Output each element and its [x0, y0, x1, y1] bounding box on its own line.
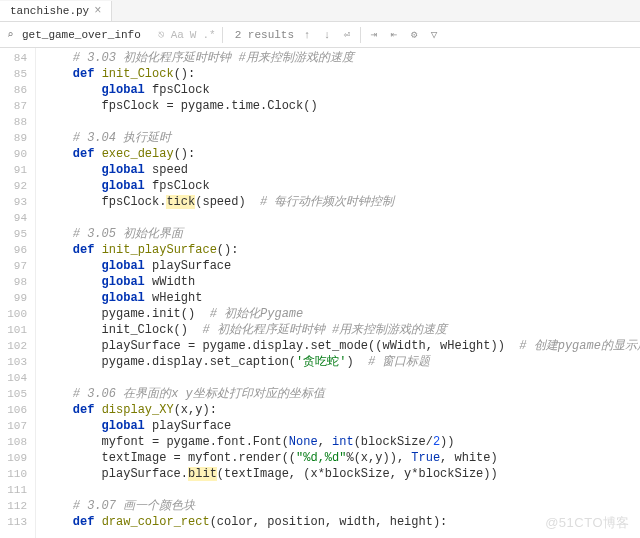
code-line[interactable]: global playSurface [44, 258, 640, 274]
line-number: 108 [0, 434, 27, 450]
divider [360, 27, 361, 43]
code-line[interactable]: def init_Clock(): [44, 66, 640, 82]
pin-icon[interactable]: ⎋ [158, 28, 165, 41]
line-number: 92 [0, 178, 27, 194]
code-editor[interactable]: 8485868788899091929394959697989910010110… [0, 48, 640, 538]
line-number: 110 [0, 466, 27, 482]
search-icon[interactable]: ⌕ [4, 28, 16, 41]
find-bar: ⌕ ⎋ Aa W .* 2 results ↑ ↓ ⏎ ⇥ ⇤ ⚙ ▽ [0, 22, 640, 48]
watermark: @51CTO博客 [545, 514, 630, 532]
code-area[interactable]: # 3.03 初始化程序延时时钟 #用来控制游戏的速度 def init_Clo… [36, 48, 640, 538]
line-number: 93 [0, 194, 27, 210]
code-line[interactable]: global wWidth [44, 274, 640, 290]
next-match-button[interactable]: ↓ [320, 29, 334, 41]
prev-match-button[interactable]: ↑ [300, 29, 314, 41]
line-number: 95 [0, 226, 27, 242]
code-line[interactable]: def init_playSurface(): [44, 242, 640, 258]
line-number: 98 [0, 274, 27, 290]
line-number: 105 [0, 386, 27, 402]
regex-toggle[interactable]: .* [202, 29, 215, 41]
file-tab[interactable]: tanchishe.py × [0, 1, 112, 21]
line-number: 113 [0, 514, 27, 530]
code-line[interactable] [44, 114, 640, 130]
code-line[interactable]: pygame.display.set_caption('贪吃蛇') # 窗口标题 [44, 354, 640, 370]
line-number: 84 [0, 50, 27, 66]
close-icon[interactable]: × [94, 4, 101, 18]
code-line[interactable] [44, 210, 640, 226]
line-number: 112 [0, 498, 27, 514]
line-number: 86 [0, 82, 27, 98]
match-aa-toggle[interactable]: Aa [171, 29, 184, 41]
code-line[interactable]: playSurface = pygame.display.set_mode((w… [44, 338, 640, 354]
divider [222, 27, 223, 43]
toolbar-btn-1[interactable]: ⇥ [367, 28, 381, 41]
code-line[interactable]: global fpsClock [44, 178, 640, 194]
settings-icon[interactable]: ⚙ [407, 28, 421, 41]
filter-icon[interactable]: ▽ [427, 28, 441, 41]
code-line[interactable]: # 3.05 初始化界面 [44, 226, 640, 242]
line-number: 96 [0, 242, 27, 258]
line-number: 106 [0, 402, 27, 418]
line-number: 101 [0, 322, 27, 338]
line-number: 90 [0, 146, 27, 162]
line-number: 99 [0, 290, 27, 306]
code-line[interactable]: global playSurface [44, 418, 640, 434]
code-line[interactable]: global fpsClock [44, 82, 640, 98]
line-number: 89 [0, 130, 27, 146]
code-line[interactable]: # 3.04 执行延时 [44, 130, 640, 146]
code-line[interactable]: global wHeight [44, 290, 640, 306]
code-line[interactable] [44, 482, 640, 498]
line-number: 91 [0, 162, 27, 178]
match-word-toggle[interactable]: W [190, 29, 197, 41]
file-tab-label: tanchishe.py [10, 5, 89, 17]
line-number: 94 [0, 210, 27, 226]
code-line[interactable]: pygame.init() # 初始化Pygame [44, 306, 640, 322]
line-number: 111 [0, 482, 27, 498]
code-line[interactable]: # 3.03 初始化程序延时时钟 #用来控制游戏的速度 [44, 50, 640, 66]
line-number: 88 [0, 114, 27, 130]
line-number: 97 [0, 258, 27, 274]
code-line[interactable]: # 3.07 画一个颜色块 [44, 498, 640, 514]
line-number: 103 [0, 354, 27, 370]
line-number: 104 [0, 370, 27, 386]
line-number: 107 [0, 418, 27, 434]
select-all-button[interactable]: ⏎ [340, 28, 354, 41]
line-number: 87 [0, 98, 27, 114]
code-line[interactable] [44, 370, 640, 386]
results-count: 2 results [235, 29, 294, 41]
line-number: 109 [0, 450, 27, 466]
code-line[interactable]: textImage = myfont.render(("%d,%d"%(x,y)… [44, 450, 640, 466]
code-line[interactable]: fpsClock.tick(speed) # 每行动作频次时钟控制 [44, 194, 640, 210]
code-line[interactable]: def exec_delay(): [44, 146, 640, 162]
line-number: 102 [0, 338, 27, 354]
line-gutter: 8485868788899091929394959697989910010110… [0, 48, 36, 538]
code-line[interactable]: myfont = pygame.font.Font(None, int(bloc… [44, 434, 640, 450]
code-line[interactable]: playSurface.blit(textImage, (x*blockSize… [44, 466, 640, 482]
line-number: 100 [0, 306, 27, 322]
search-input[interactable] [22, 29, 152, 41]
code-line[interactable]: def display_XY(x,y): [44, 402, 640, 418]
code-line[interactable]: init_Clock() # 初始化程序延时时钟 #用来控制游戏的速度 [44, 322, 640, 338]
code-line[interactable]: # 3.06 在界面的x y坐标处打印对应的坐标值 [44, 386, 640, 402]
code-line[interactable]: global speed [44, 162, 640, 178]
tab-bar: tanchishe.py × [0, 0, 640, 22]
toolbar-btn-2[interactable]: ⇤ [387, 28, 401, 41]
line-number: 85 [0, 66, 27, 82]
code-line[interactable]: fpsClock = pygame.time.Clock() [44, 98, 640, 114]
